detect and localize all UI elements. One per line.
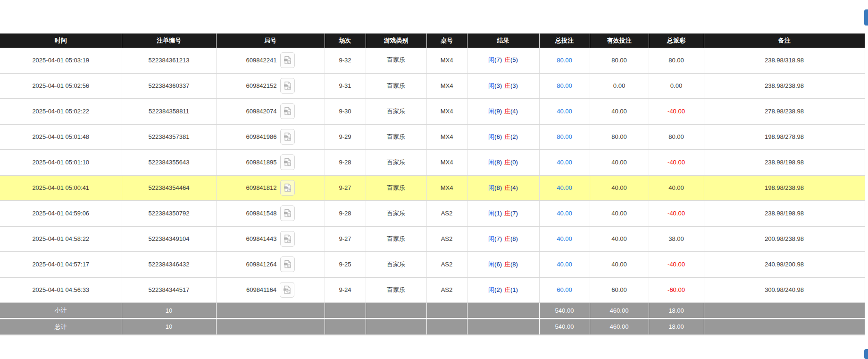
cell-time: 2025-04-01 05:00:41 <box>0 175 122 201</box>
video-replay-button[interactable] <box>280 180 295 196</box>
total-bet-link[interactable]: 40.00 <box>557 159 572 166</box>
cell-game-type: 百家乐 <box>366 252 426 277</box>
video-replay-button[interactable] <box>280 129 295 145</box>
cell-session: 9-24 <box>325 277 366 303</box>
cell-payout: 80.00 <box>649 48 704 73</box>
round-number: 609841812 <box>246 184 276 191</box>
cell-table-no: MX4 <box>426 124 467 150</box>
result-player-score: (7) <box>494 235 502 242</box>
total-bet-link[interactable]: 40.00 <box>557 235 572 242</box>
total-bet-link[interactable]: 80.00 <box>557 57 572 64</box>
col-header-game-type: 游戏类别 <box>366 34 426 48</box>
total-bet-link[interactable]: 40.00 <box>557 108 572 115</box>
cell-total-bet: 40.00 <box>539 226 590 252</box>
cell-total-bet: 40.00 <box>539 99 590 124</box>
video-replay-button[interactable] <box>280 52 295 68</box>
result-player-score: (1) <box>494 210 502 217</box>
cell-table-no: AS2 <box>426 226 467 252</box>
col-header-bet-no: 注单编号 <box>122 34 216 48</box>
edge-button-bottom[interactable] <box>864 349 868 359</box>
cell-time: 2025-04-01 05:02:56 <box>0 73 122 99</box>
video-replay-button[interactable] <box>280 103 295 119</box>
result-player-label: 闲 <box>488 56 494 63</box>
table-row: 2025-04-01 05:02:22 522384358811 6098420… <box>0 99 865 124</box>
cell-payout: 40.00 <box>649 175 704 201</box>
video-file-icon <box>284 260 292 269</box>
col-header-total-bet: 总投注 <box>539 34 590 48</box>
cell-payout: 0.00 <box>649 73 704 99</box>
cell-session: 9-30 <box>325 99 366 124</box>
cell-payout: 80.00 <box>649 124 704 150</box>
result-banker-score: (3) <box>510 82 518 89</box>
result-banker-label: 庄 <box>504 261 510 268</box>
video-replay-button[interactable] <box>280 231 295 247</box>
cell-round-no: 609841986 <box>216 124 325 150</box>
video-replay-button[interactable] <box>280 154 295 170</box>
total-label: 总计 <box>0 319 122 335</box>
video-replay-button[interactable] <box>280 205 295 221</box>
cell-game-type: 百家乐 <box>366 150 426 175</box>
cell-game-type: 百家乐 <box>366 73 426 99</box>
cell-bet-no: 522384357381 <box>122 124 216 150</box>
cell-session: 9-25 <box>325 252 366 277</box>
total-bet-link[interactable]: 60.00 <box>557 286 572 293</box>
result-banker-score: (8) <box>510 235 518 242</box>
total-bet-link[interactable]: 80.00 <box>557 133 572 140</box>
col-header-valid-bet: 有效投注 <box>590 34 649 48</box>
cell-result: 闲(8)庄(0) <box>467 150 539 175</box>
cell-table-no: MX4 <box>426 175 467 201</box>
cell-round-no: 609841264 <box>216 252 325 277</box>
round-number: 609842241 <box>246 57 276 64</box>
result-banker-score: (7) <box>510 210 518 217</box>
cell-time: 2025-04-01 05:02:22 <box>0 99 122 124</box>
cell-payout: -40.00 <box>649 252 704 277</box>
video-replay-button[interactable] <box>280 256 295 272</box>
result-player-label: 闲 <box>488 108 494 115</box>
cell-time: 2025-04-01 04:59:06 <box>0 201 122 226</box>
col-header-table-no: 桌号 <box>426 34 467 48</box>
cell-payout: 38.00 <box>649 226 704 252</box>
table-row: 2025-04-01 04:56:33 522384344517 6098411… <box>0 277 865 303</box>
total-total-bet: 540.00 <box>539 319 590 335</box>
cell-game-type: 百家乐 <box>366 226 426 252</box>
cell-session: 9-28 <box>325 150 366 175</box>
total-valid-bet: 460.00 <box>590 319 649 335</box>
cell-round-no: 609842074 <box>216 99 325 124</box>
cell-table-no: MX4 <box>426 150 467 175</box>
result-banker-label: 庄 <box>504 159 510 166</box>
cell-table-no: MX4 <box>426 99 467 124</box>
video-replay-button[interactable] <box>280 78 295 94</box>
col-header-time: 时间 <box>0 34 122 48</box>
video-replay-button[interactable] <box>280 282 294 298</box>
cell-payout: -40.00 <box>649 150 704 175</box>
cell-valid-bet: 40.00 <box>590 150 649 175</box>
cell-game-type: 百家乐 <box>366 99 426 124</box>
result-banker-label: 庄 <box>504 235 510 242</box>
table-row: 2025-04-01 05:02:56 522384360337 6098421… <box>0 73 865 99</box>
total-bet-link[interactable]: 40.00 <box>557 261 572 268</box>
cell-result: 闲(6)庄(8) <box>467 252 539 277</box>
result-player-label: 闲 <box>488 210 494 217</box>
cell-game-type: 百家乐 <box>366 201 426 226</box>
cell-time: 2025-04-01 04:58:22 <box>0 226 122 252</box>
result-banker-score: (2) <box>510 133 518 140</box>
subtotal-label: 小计 <box>0 303 122 319</box>
result-banker-score: (4) <box>510 108 518 115</box>
edge-button-top[interactable] <box>864 9 868 26</box>
cell-round-no: 609841895 <box>216 150 325 175</box>
total-bet-link[interactable]: 40.00 <box>557 210 572 217</box>
total-bet-link[interactable]: 40.00 <box>557 184 572 191</box>
cell-table-no: AS2 <box>426 252 467 277</box>
result-player-label: 闲 <box>488 261 494 268</box>
total-bet-link[interactable]: 80.00 <box>557 82 572 89</box>
cell-remark: 198.98/278.98 <box>704 124 865 150</box>
cell-time: 2025-04-01 05:03:19 <box>0 48 122 73</box>
result-banker-label: 庄 <box>504 133 510 140</box>
cell-table-no: AS2 <box>426 277 467 303</box>
cell-result: 闲(7)庄(8) <box>467 226 539 252</box>
table-row: 2025-04-01 04:58:22 522384349104 6098414… <box>0 226 865 252</box>
result-banker-label: 庄 <box>504 210 510 217</box>
subtotal-payout: 18.00 <box>649 303 704 319</box>
cell-valid-bet: 40.00 <box>590 175 649 201</box>
cell-table-no: MX4 <box>426 73 467 99</box>
